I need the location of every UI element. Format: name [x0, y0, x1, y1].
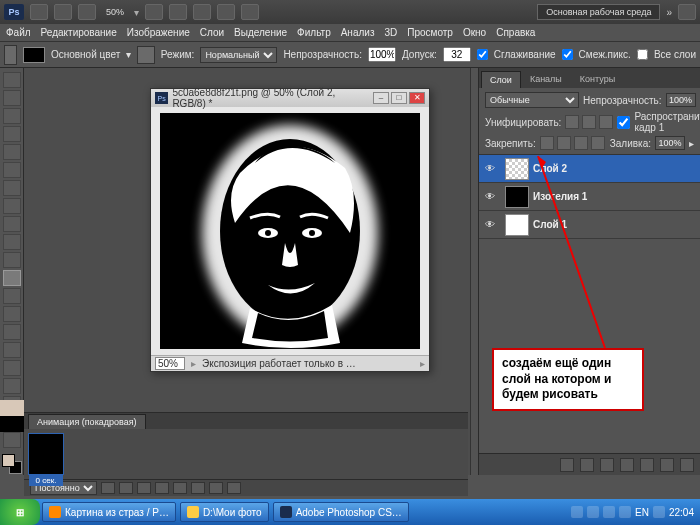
fill-input[interactable]: [655, 136, 685, 150]
pattern-swatch[interactable]: [137, 46, 154, 64]
menu-filter[interactable]: Фильтр: [297, 27, 331, 38]
panel-dock-handle[interactable]: [470, 68, 478, 475]
current-tool-icon[interactable]: [4, 45, 17, 65]
lock-position-icon[interactable]: [574, 136, 588, 150]
tab-layers[interactable]: Слои: [481, 71, 521, 88]
menu-layer[interactable]: Слои: [200, 27, 224, 38]
history-brush-tool[interactable]: [3, 234, 21, 250]
eyedropper-tool[interactable]: [3, 162, 21, 178]
layer-row[interactable]: 👁 Изогелия 1: [479, 183, 700, 211]
move-tool[interactable]: [3, 72, 21, 88]
visibility-toggle[interactable]: 👁: [479, 191, 501, 202]
brush-tool[interactable]: [3, 198, 21, 214]
layer-thumbnail[interactable]: [505, 214, 529, 236]
layer-row[interactable]: 👁 Слой 1: [479, 211, 700, 239]
shape-tool[interactable]: [3, 378, 21, 394]
menu-edit[interactable]: Редактирование: [41, 27, 117, 38]
type-tool[interactable]: [3, 342, 21, 358]
menu-window[interactable]: Окно: [463, 27, 486, 38]
layer-name[interactable]: Слой 2: [533, 163, 700, 174]
new-frame-icon[interactable]: [209, 482, 223, 494]
menu-3d[interactable]: 3D: [384, 27, 397, 38]
layer-opacity-input[interactable]: [666, 93, 696, 107]
menu-help[interactable]: Справка: [496, 27, 535, 38]
last-frame-icon[interactable]: [173, 482, 187, 494]
crop-tool[interactable]: [3, 144, 21, 160]
start-button[interactable]: ⊞: [0, 499, 40, 525]
hand-tool-shortcut[interactable]: [145, 4, 163, 20]
stamp-tool[interactable]: [3, 216, 21, 232]
heal-tool[interactable]: [3, 180, 21, 196]
blur-tool[interactable]: [3, 288, 21, 304]
lock-all-icon[interactable]: [591, 136, 605, 150]
zoom-field[interactable]: 50%: [155, 357, 185, 370]
unify-visibility-icon[interactable]: [582, 115, 596, 129]
fg-swatch[interactable]: [0, 400, 24, 416]
mini-bridge-button[interactable]: [54, 4, 72, 20]
menu-image[interactable]: Изображение: [127, 27, 190, 38]
tray-icon[interactable]: [571, 506, 583, 518]
pen-tool[interactable]: [3, 324, 21, 340]
link-layers-icon[interactable]: [560, 458, 574, 472]
lock-pixels-icon[interactable]: [557, 136, 571, 150]
layer-thumbnail[interactable]: [505, 158, 529, 180]
zoom-tool[interactable]: [3, 432, 21, 448]
frame-duration[interactable]: 0 сек.: [29, 475, 63, 486]
layer-name[interactable]: Слой 1: [533, 219, 700, 230]
fx-icon[interactable]: [580, 458, 594, 472]
unify-style-icon[interactable]: [599, 115, 613, 129]
prev-frame-icon[interactable]: [119, 482, 133, 494]
delete-frame-icon[interactable]: [227, 482, 241, 494]
zoom-dropdown-icon[interactable]: ▾: [134, 7, 139, 18]
all-layers-checkbox[interactable]: [637, 49, 648, 60]
group-icon[interactable]: [640, 458, 654, 472]
contiguous-checkbox[interactable]: [562, 49, 573, 60]
clock[interactable]: 22:04: [669, 507, 694, 518]
tray-icon[interactable]: [587, 506, 599, 518]
document-titlebar[interactable]: Ps 5c0a6e8d8f21t.png @ 50% (Слой 2, RGB/…: [151, 89, 429, 107]
lock-transparency-icon[interactable]: [540, 136, 554, 150]
layer-row[interactable]: 👁 Слой 2: [479, 155, 700, 183]
mask-icon[interactable]: [600, 458, 614, 472]
bg-swatch[interactable]: [0, 416, 24, 432]
close-button[interactable]: ✕: [409, 92, 425, 104]
volume-icon[interactable]: [653, 506, 665, 518]
propagate-checkbox[interactable]: [617, 116, 630, 129]
next-frame-icon[interactable]: [155, 482, 169, 494]
taskbar-button[interactable]: Картина из страз / Р…: [42, 502, 176, 522]
language-indicator[interactable]: EN: [635, 507, 649, 518]
blend-mode-select[interactable]: Нормальный: [200, 47, 277, 63]
delete-layer-icon[interactable]: [680, 458, 694, 472]
wand-tool[interactable]: [3, 126, 21, 142]
menu-view[interactable]: Просмотр: [407, 27, 453, 38]
zoom-tool-shortcut[interactable]: [169, 4, 187, 20]
first-frame-icon[interactable]: [101, 482, 115, 494]
menu-select[interactable]: Выделение: [234, 27, 287, 38]
tween-icon[interactable]: [191, 482, 205, 494]
foreground-color[interactable]: [2, 454, 15, 467]
color-swatches[interactable]: [2, 454, 22, 474]
layer-name[interactable]: Изогелия 1: [533, 191, 700, 202]
visibility-toggle[interactable]: 👁: [479, 163, 501, 174]
menu-file[interactable]: Файл: [6, 27, 31, 38]
visibility-toggle[interactable]: 👁: [479, 219, 501, 230]
antialias-checkbox[interactable]: [477, 49, 488, 60]
dropdown-icon[interactable]: ▾: [126, 49, 131, 60]
tray-icon[interactable]: [619, 506, 631, 518]
view-extras-button[interactable]: [78, 4, 96, 20]
rotate-view-shortcut[interactable]: [193, 4, 211, 20]
workspace-more-icon[interactable]: »: [666, 7, 672, 18]
new-layer-icon[interactable]: [660, 458, 674, 472]
screen-mode-button[interactable]: [241, 4, 259, 20]
taskbar-button[interactable]: D:\Мои фото: [180, 502, 269, 522]
unify-position-icon[interactable]: [565, 115, 579, 129]
zoom-level[interactable]: 50%: [106, 7, 124, 17]
opacity-input[interactable]: [368, 47, 396, 62]
taskbar-button[interactable]: Adobe Photoshop CS…: [273, 502, 409, 522]
lasso-tool[interactable]: [3, 108, 21, 124]
workspace-switcher[interactable]: Основная рабочая среда: [537, 4, 660, 20]
dodge-tool[interactable]: [3, 306, 21, 322]
chevron-icon[interactable]: ▸: [689, 138, 694, 149]
play-icon[interactable]: [137, 482, 151, 494]
path-tool[interactable]: [3, 360, 21, 376]
